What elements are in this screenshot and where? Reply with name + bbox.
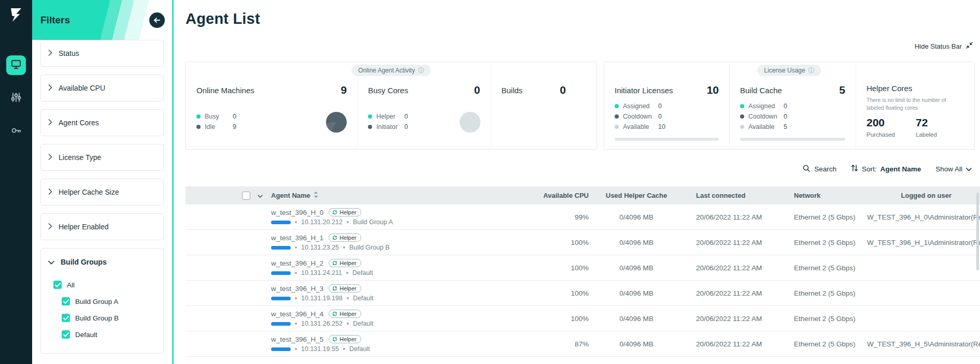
filter-section-label: Available CPU — [59, 84, 105, 92]
vertical-scrollbar[interactable] — [976, 193, 979, 270]
sort-value: Agent Name — [880, 165, 921, 173]
column-network[interactable]: Network — [792, 192, 862, 199]
table-row[interactable]: w_test_396_H_2 Helper 10.131.24.211 Defa… — [186, 255, 980, 281]
filter-section-license-type[interactable]: License Type — [40, 144, 164, 171]
available-dot — [615, 125, 619, 129]
checkbox-build-group-b[interactable]: Build Group B — [62, 313, 163, 323]
cpu-usage-bar — [271, 246, 291, 250]
used-helper-cache-cell: 0/4096 MB — [592, 315, 680, 323]
helper-badge: Helper — [329, 335, 361, 343]
nav-items — [6, 55, 26, 141]
cooldown-dot — [615, 114, 619, 119]
available-dot — [740, 125, 744, 129]
build-cache-progress-bar — [740, 138, 845, 141]
column-sort-icon[interactable] — [314, 191, 318, 200]
chevron-down-icon — [48, 258, 54, 266]
filter-section-agent-cores[interactable]: Agent Cores — [40, 109, 164, 136]
filter-section-helper-enabled[interactable]: Helper Enabled — [40, 213, 164, 240]
filter-section-label: License Type — [59, 153, 101, 162]
bullet-icon — [295, 297, 297, 299]
agent-name: w_test_396_H_0 — [271, 209, 323, 216]
available-cpu-cell: 100% — [520, 239, 592, 246]
checkbox-default[interactable]: Default — [62, 329, 163, 340]
sort-control[interactable]: Sort: Agent Name — [851, 164, 921, 173]
network-cell: Ethernet 2 (5 Gbps) — [792, 213, 862, 221]
build-cache-legend: Assigned0 Cooldown0 Available5 — [740, 103, 845, 130]
initiator-licenses-value: 10 — [707, 84, 719, 96]
filters-title: Filters — [40, 14, 70, 26]
initiator-licenses-legend: Assigned0 Cooldown0 Available10 — [615, 103, 719, 130]
select-menu-chevron-icon[interactable] — [258, 192, 263, 199]
agent-name: w_test_396_H_4 — [271, 310, 323, 318]
column-available-cpu[interactable]: Available CPU — [520, 192, 592, 199]
info-icon[interactable]: ⓘ — [418, 67, 424, 74]
logged-on-user-cell: W_TEST_396_H_5\Administrator(Re — [862, 340, 980, 348]
bullet-icon — [347, 221, 349, 223]
license-usage-card: License Usage ⓘ Initiator Licenses 10 As… — [604, 62, 975, 150]
agent-group: Default — [349, 345, 370, 353]
cpu-usage-bar — [271, 322, 291, 326]
bullet-icon — [295, 221, 297, 223]
online-machines-section: Online Machines 9 Busy0 Idle9 — [186, 62, 358, 149]
checkbox-label: Build Group A — [75, 298, 118, 305]
filter-section-label: Helper Enabled — [59, 223, 109, 231]
info-icon[interactable]: ⓘ — [808, 67, 815, 74]
checkbox-build-group-a[interactable]: Build Group A — [62, 296, 163, 307]
network-cell: Ethernet 2 (5 Gbps) — [792, 239, 862, 246]
column-agent-name[interactable]: Agent Name — [271, 192, 310, 199]
last-connected-cell: 20/06/2022 11:22 AM — [680, 213, 792, 221]
helper-cores-section: Helper Cores There is no limit to the nu… — [856, 62, 974, 149]
agent-ip: 10.131.19.55 — [301, 345, 339, 353]
filters-panel: Filters Status Available CPU Agent Cores… — [32, 0, 174, 364]
table-row[interactable]: w_test_396_H_5 Helper 10.131.19.55 Defau… — [186, 331, 980, 357]
collapse-filters-button[interactable] — [149, 12, 165, 28]
bullet-icon — [347, 297, 349, 299]
table-header: Agent Name Available CPU Used Helper Cac… — [186, 186, 980, 205]
column-used-helper-cache[interactable]: Used Helper Cache — [592, 192, 680, 199]
purchased-value: 200 — [867, 117, 895, 129]
build-groups-list: All Build Group A Build Group B Default — [41, 275, 163, 353]
select-all-checkbox[interactable] — [242, 192, 250, 200]
initiator-dot — [368, 125, 372, 129]
table-row[interactable]: w_test_396_H_0 Helper 10.131.20.212 Buil… — [186, 205, 980, 230]
filter-section-helper-cache-size[interactable]: Helper Cache Size — [40, 179, 164, 206]
checkbox-label: All — [67, 281, 75, 289]
search-icon — [802, 164, 811, 174]
helper-cores-stats: 200 Purchased 72 Labeled — [867, 117, 964, 138]
nav-item-licenses[interactable] — [6, 122, 26, 141]
busy-cores-legend: Helper0 Initiator0 — [368, 113, 408, 130]
used-helper-cache-cell: 0/4096 MB — [592, 239, 680, 246]
idle-dot — [196, 125, 201, 129]
builds-section: Builds 0 — [491, 62, 597, 149]
filter-section-status[interactable]: Status — [40, 40, 164, 67]
used-helper-cache-cell: 0/4096 MB — [592, 340, 680, 348]
show-all-dropdown[interactable]: Show All — [935, 165, 972, 173]
cooldown-dot — [740, 114, 744, 119]
checkbox-all[interactable]: All — [53, 280, 163, 290]
table-row[interactable]: w_test_396_H_3 Helper 10.131.19.198 Defa… — [186, 281, 980, 306]
available-cpu-cell: 100% — [520, 315, 592, 323]
build-groups-header[interactable]: Build Groups — [41, 249, 163, 275]
pill-label: Online Agent Activity — [358, 67, 415, 74]
initiator-licenses-progress-bar — [615, 138, 719, 141]
table-row[interactable]: w_test_396_H_4 Helper 10.131.26.252 Defa… — [186, 306, 980, 331]
arrow-left-icon — [153, 17, 161, 24]
nav-item-settings[interactable] — [6, 89, 26, 108]
brand-logo-icon[interactable] — [9, 5, 23, 25]
helper-dot — [368, 114, 372, 119]
column-last-connected[interactable]: Last connected — [680, 192, 792, 199]
agent-ip: 10.131.24.211 — [301, 269, 342, 276]
column-logged-on-user[interactable]: Logged on user — [862, 192, 980, 199]
busy-cores-donut-chart — [460, 112, 480, 133]
used-helper-cache-cell: 0/4096 MB — [592, 264, 680, 272]
nav-item-agents[interactable] — [6, 55, 26, 75]
cpu-usage-bar — [271, 271, 291, 275]
available-cpu-cell: 99% — [520, 213, 592, 221]
filter-section-available-cpu[interactable]: Available CPU — [40, 75, 164, 101]
helper-cores-label: Helper Cores — [867, 84, 912, 93]
busy-cores-value: 0 — [474, 84, 480, 96]
search-button[interactable]: Search — [802, 164, 836, 174]
table-row[interactable]: w_test_396_H_1 Helper 10.131.23.25 Build… — [186, 230, 980, 255]
filter-section-label: Helper Cache Size — [59, 188, 119, 196]
hide-status-bar-button[interactable]: Hide Status Bar — [915, 41, 973, 51]
